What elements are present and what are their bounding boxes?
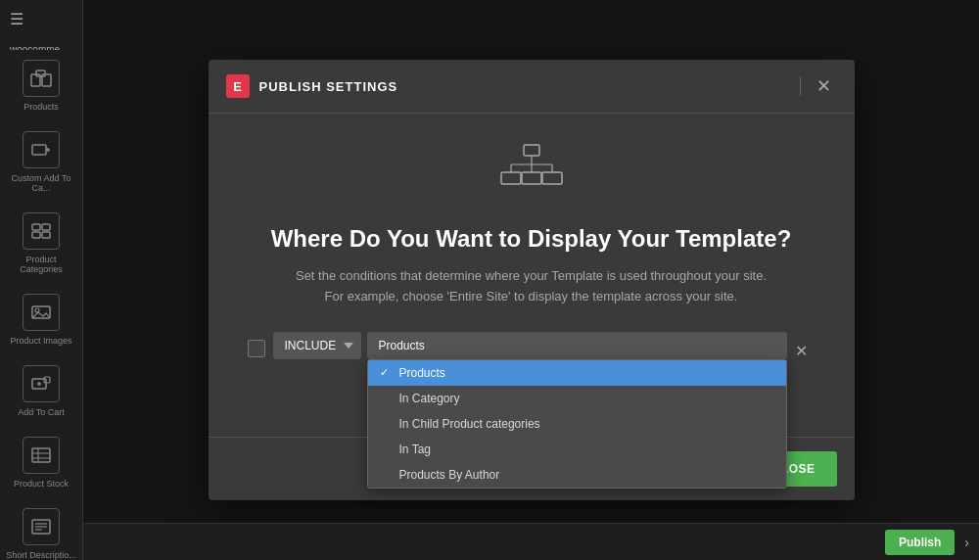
- svg-rect-8: [32, 232, 40, 238]
- hamburger-icon[interactable]: ☰: [10, 10, 23, 28]
- publish-button[interactable]: Publish: [885, 530, 955, 555]
- sidebar-item-categories[interactable]: Product Categories: [0, 203, 82, 284]
- include-select[interactable]: INCLUDE: [273, 332, 361, 359]
- sidebar-item-stock[interactable]: Product Stock: [0, 427, 82, 498]
- sidebar-item-stock-label: Product Stock: [14, 479, 69, 489]
- stock-icon: [23, 437, 60, 474]
- checkmark-icon: ✓: [380, 366, 392, 379]
- sidebar-item-shortdesc-label: Short Descriptio...: [6, 550, 76, 560]
- svg-rect-9: [42, 232, 50, 238]
- svg-rect-6: [32, 224, 40, 230]
- modal-body: Where Do You Want to Display Your Templa…: [209, 114, 855, 437]
- sidebar-item-addtocart-label: Add To Cart: [18, 407, 64, 417]
- dropdown-list: ✓ Products In Category In Child Product …: [367, 359, 787, 489]
- modal-title: PUBLISH SETTINGS: [259, 79, 800, 94]
- elementor-badge-letter: E: [233, 79, 242, 94]
- sidebar-item-products[interactable]: Products: [0, 50, 82, 121]
- svg-rect-10: [32, 306, 50, 318]
- svg-rect-15: [44, 377, 50, 383]
- template-icon: [497, 143, 566, 206]
- dropdown-item-author-label: Products By Author: [399, 468, 500, 482]
- dropdown-trigger[interactable]: Products: [367, 332, 787, 359]
- close-condition-button[interactable]: ✕: [787, 336, 816, 366]
- svg-point-11: [35, 308, 39, 312]
- modal-description-line2: For example, choose 'Entire Site' to dis…: [325, 289, 738, 303]
- dropdown-item-products-label: Products: [399, 366, 445, 380]
- dropdown-item-child-label: In Child Product categories: [399, 417, 540, 431]
- svg-rect-24: [524, 145, 539, 156]
- modal-overlay: E PUBLISH SETTINGS ✕: [83, 0, 979, 560]
- modal-description: Set the conditions that determine where …: [296, 266, 767, 307]
- condition-row: INCLUDE Products ✓ Products: [248, 332, 816, 366]
- modal-header: E PUBLISH SETTINGS ✕: [209, 60, 855, 114]
- dropdown-item-child-categories[interactable]: In Child Product categories: [368, 411, 786, 437]
- sidebar-item-addtocart[interactable]: Add To Cart: [0, 355, 82, 427]
- condition-checkbox[interactable]: [248, 340, 265, 357]
- editor-area: E PUBLISH SETTINGS ✕: [83, 0, 979, 560]
- custom-add-icon: [23, 131, 60, 168]
- sidebar-top: ☰: [0, 10, 82, 28]
- svg-rect-32: [542, 172, 562, 184]
- dropdown-item-category-label: In Category: [399, 392, 460, 405]
- modal-heading: Where Do You Want to Display Your Templa…: [271, 225, 792, 253]
- sidebar-item-custom-add[interactable]: Custom Add To Ca...: [0, 121, 82, 203]
- dropdown-item-products[interactable]: ✓ Products: [368, 360, 786, 386]
- products-icon: [23, 60, 60, 97]
- elementor-badge: E: [226, 74, 250, 98]
- svg-rect-16: [32, 448, 50, 462]
- categories-icon: [23, 212, 60, 250]
- sidebar-item-products-label: Products: [23, 102, 59, 112]
- nav-arrow-right[interactable]: ›: [964, 535, 969, 550]
- svg-rect-30: [501, 172, 521, 184]
- dropdown-item-tag-label: In Tag: [399, 443, 431, 456]
- dropdown-item-author[interactable]: Products By Author: [368, 462, 786, 488]
- sidebar: ☰ woocommerce... Products Custom Add To …: [0, 0, 83, 560]
- publish-settings-modal: E PUBLISH SETTINGS ✕: [209, 60, 855, 500]
- sidebar-item-categories-label: Product Categories: [5, 255, 77, 274]
- editor-bottom-bar: Publish ›: [83, 523, 979, 560]
- svg-rect-7: [42, 224, 50, 230]
- svg-rect-31: [522, 172, 541, 184]
- dropdown-item-tag[interactable]: In Tag: [368, 437, 786, 462]
- dropdown-container: Products ✓ Products In Category: [367, 332, 787, 359]
- images-icon: [23, 294, 60, 331]
- sidebar-item-shortdesc[interactable]: Short Descriptio...: [0, 498, 82, 560]
- modal-close-button[interactable]: ✕: [811, 73, 837, 99]
- sidebar-item-custom-add-label: Custom Add To Ca...: [5, 173, 77, 193]
- modal-header-separator: [800, 76, 801, 96]
- sidebar-item-images[interactable]: Product Images: [0, 284, 82, 355]
- dropdown-item-category[interactable]: In Category: [368, 386, 786, 411]
- shortdesc-icon: [23, 508, 60, 545]
- sidebar-item-images-label: Product Images: [10, 336, 71, 346]
- svg-rect-3: [32, 145, 46, 155]
- modal-description-line1: Set the conditions that determine where …: [296, 268, 767, 283]
- addtocart-icon: [23, 365, 60, 402]
- site-name: woocommerce...: [0, 38, 82, 50]
